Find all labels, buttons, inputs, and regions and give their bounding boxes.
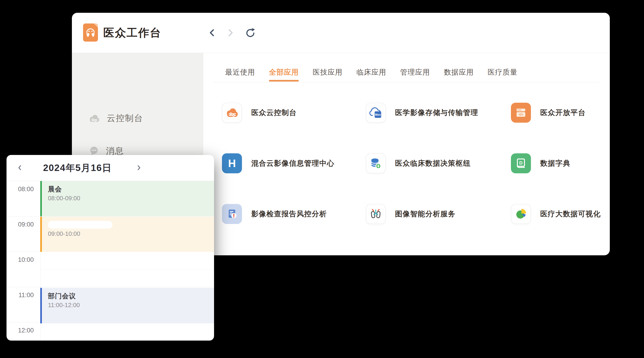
app-item-bigdata-visualization[interactable]: 医疗大数据可视化 — [511, 204, 641, 224]
letter-d: D — [519, 160, 522, 166]
app-label: 医众云控制台 — [251, 108, 297, 118]
letter-h-icon: H — [222, 153, 242, 173]
app-label: 医学影像存储与传输管理 — [395, 108, 478, 118]
tab-all-apps[interactable]: 全部应用 — [269, 68, 299, 77]
tab-management[interactable]: 管理应用 — [400, 68, 430, 77]
app-logo-icon — [83, 23, 98, 42]
chevron-left-icon — [16, 164, 24, 171]
calendar-event-redacted[interactable]: 09:00-10:00 — [40, 217, 214, 252]
hour-label: 12:00 — [6, 327, 34, 334]
forward-button[interactable] — [225, 27, 236, 38]
app-item-hybrid-cloud-imaging[interactable]: H 混合云影像信息管理中心 — [222, 153, 366, 173]
app-category-tabs: 最近使用 全部应用 医技应用 临床应用 管理应用 数据应用 医疗质量 — [225, 68, 518, 77]
hour-gridline — [6, 216, 214, 216]
tab-recent[interactable]: 最近使用 — [225, 68, 255, 77]
event-title: 晨会 — [48, 185, 214, 193]
app-item-data-dictionary[interactable]: D 数据字典 — [511, 153, 641, 173]
page-title: 医众工作台 — [103, 13, 162, 53]
hour-label: 10:00 — [6, 256, 34, 263]
app-item-imaging-storage[interactable]: Mos 医学影像存储与传输管理 — [366, 103, 511, 123]
refresh-button[interactable] — [245, 27, 256, 38]
app-item-report-risk-analysis[interactable]: 影像检查报告风控分析 — [222, 204, 366, 224]
app-label: 影像检查报告风控分析 — [251, 209, 327, 219]
dictionary-book-icon: D — [514, 157, 528, 170]
sidebar-item-cloud-console[interactable]: 云控制台 — [89, 112, 143, 125]
redacted-event-title — [48, 221, 112, 229]
calendar-event-morning-meeting[interactable]: 晨会 08:00-09:00 — [40, 181, 214, 216]
app-label: 医众临床数据决策枢纽 — [395, 159, 471, 168]
hour-label: 09:00 — [6, 221, 34, 228]
window-header: 医众工作台 — [72, 13, 610, 53]
tab-quality[interactable]: 医疗质量 — [488, 68, 518, 77]
code-window-icon: </> — [514, 106, 528, 119]
app-label: 混合云影像信息管理中心 — [251, 159, 334, 168]
app-label: 图像智能分析服务 — [395, 209, 456, 219]
calendar-prev-button[interactable] — [15, 163, 25, 173]
app-label: 医疗大数据可视化 — [540, 209, 601, 219]
cloud-settings-icon — [89, 113, 100, 123]
event-time: 11:00-12:00 — [48, 302, 214, 309]
hour-gridline — [6, 287, 214, 287]
code-glyph: </> — [518, 113, 523, 116]
mos-badge: Mos — [375, 113, 381, 116]
report-alert-icon — [226, 207, 238, 220]
hour-label: 11:00 — [6, 292, 34, 299]
calendar-date: 2024年5月16日 — [32, 155, 123, 181]
lungs-icon — [369, 207, 382, 220]
calendar-panel: 2024年5月16日 08:00 09:00 10:00 11:00 12:00… — [6, 155, 214, 341]
app-item-open-platform[interactable]: </> 医众开放平台 — [511, 103, 641, 123]
tabs-divider — [214, 82, 599, 82]
tab-medtech[interactable]: 医技应用 — [313, 68, 342, 77]
calendar-event-department-meeting[interactable]: 部门会议 11:00-12:00 — [40, 288, 214, 323]
tab-clinical[interactable]: 临床应用 — [356, 68, 386, 77]
event-time: 09:00-10:00 — [48, 230, 214, 237]
chevron-right-icon — [135, 164, 142, 171]
app-item-cloud-console[interactable]: 医众云控制台 — [222, 103, 366, 123]
app-grid: 医众云控制台 Mos 医学影像存储与传输管理 — [222, 103, 641, 224]
app-label: 医众开放平台 — [540, 108, 586, 118]
app-item-image-ai-analysis[interactable]: 图像智能分析服务 — [366, 204, 511, 224]
tab-data[interactable]: 数据应用 — [444, 68, 474, 77]
chevron-left-icon — [208, 28, 217, 37]
event-time: 08:00-09:00 — [48, 195, 214, 202]
calendar-next-button[interactable] — [134, 163, 144, 173]
chevron-right-icon — [226, 28, 235, 37]
hour-label: 08:00 — [6, 186, 34, 193]
app-label: 数据字典 — [540, 159, 570, 168]
cloud-sliders-icon — [226, 108, 238, 118]
app-item-clinical-data-hub[interactable]: 医众临床数据决策枢纽 — [366, 153, 511, 173]
refresh-icon — [245, 27, 256, 38]
database-plus-icon — [369, 157, 382, 170]
calendar-header: 2024年5月16日 — [6, 155, 214, 181]
screen: 医众工作台 — [0, 0, 644, 358]
pie-chart-icon — [514, 207, 528, 220]
back-button[interactable] — [206, 27, 218, 38]
event-title: 部门会议 — [48, 292, 214, 300]
sidebar-item-label: 云控制台 — [107, 112, 143, 124]
cloud-mos-icon: Mos — [369, 106, 382, 119]
